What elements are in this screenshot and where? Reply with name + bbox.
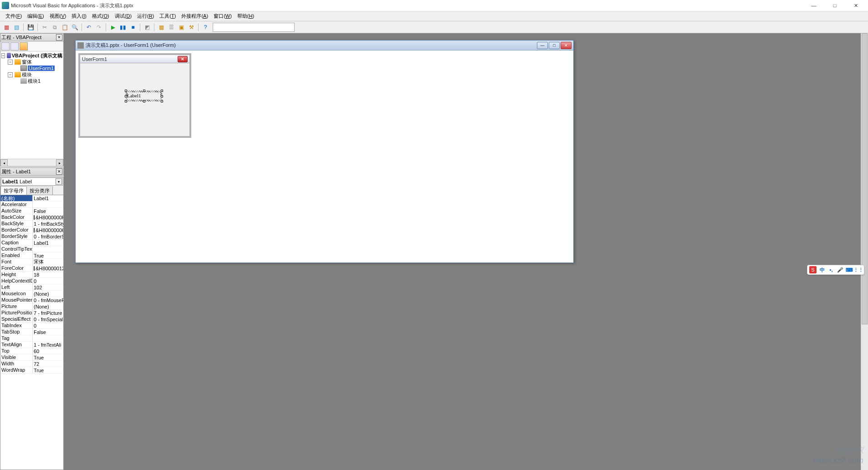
save-button[interactable]: 💾	[26, 23, 35, 32]
resize-handle-s[interactable]	[143, 100, 145, 102]
property-value[interactable]: False	[32, 329, 63, 335]
property-value[interactable]: 0 - fmSpecial	[32, 316, 63, 322]
resize-handle-ne[interactable]	[161, 90, 163, 92]
property-row[interactable]: EnabledTrue	[0, 253, 63, 259]
scroll-right-button[interactable]: ▸	[56, 159, 63, 167]
menu-a[interactable]: 外接程序(A)	[179, 12, 211, 20]
userform-preview[interactable]: UserForm1 ✕	[78, 53, 191, 138]
property-row[interactable]: BackColor&H8000000F&	[0, 214, 63, 221]
cut-button[interactable]: ✂	[40, 23, 49, 32]
project-hscrollbar[interactable]: ◂ ▸	[0, 159, 63, 166]
menu-h[interactable]: 帮助(H)	[235, 12, 257, 20]
label1-control[interactable]: Label1	[126, 91, 162, 101]
property-row[interactable]: TabIndex0	[0, 323, 63, 329]
property-row[interactable]: MouseIcon(None)	[0, 291, 63, 297]
property-row[interactable]: AutoSizeFalse	[0, 208, 63, 214]
property-row[interactable]: CaptionLabel1	[0, 240, 63, 246]
menu-o[interactable]: 格式(O)	[89, 12, 112, 20]
property-value[interactable]: True	[32, 367, 63, 373]
property-value[interactable]: 102	[32, 284, 63, 290]
property-row[interactable]: HelpContextID0	[0, 278, 63, 284]
menu-v[interactable]: 视图(V)	[47, 12, 69, 20]
view-powerpoint-button[interactable]: ▦	[2, 23, 11, 32]
project-explorer-button[interactable]: ▦	[157, 23, 166, 32]
property-row[interactable]: PicturePositio7 - fmPicture	[0, 310, 63, 316]
property-value[interactable]: 1 - fmTextAli	[32, 342, 63, 348]
window-close-button[interactable]: ✕	[845, 0, 866, 11]
expand-icon[interactable]: −	[8, 72, 13, 77]
property-value[interactable]: 宋体	[32, 259, 63, 265]
ime-keyboard-icon[interactable]: ⌨	[846, 266, 853, 273]
forms-folder-node[interactable]: 窗体	[22, 59, 32, 66]
property-row[interactable]: Picture(None)	[0, 303, 63, 310]
properties-grid[interactable]: (名称)Label1AcceleratorAutoSizeFalseBackCo…	[0, 195, 63, 470]
ime-language-indicator[interactable]: 中	[818, 266, 826, 273]
menu-t[interactable]: 工具(T)	[157, 12, 179, 20]
insert-module-button[interactable]: ▤	[12, 23, 21, 32]
property-value[interactable]: (None)	[32, 291, 63, 297]
project-tree[interactable]: −VBAProject (演示文稿 −窗体 UserForm1 −模块 模块1	[0, 51, 63, 159]
expand-icon[interactable]: −	[1, 53, 5, 58]
property-value[interactable]: False	[32, 208, 63, 214]
property-value[interactable]: 0 - fmBorderS	[32, 233, 63, 239]
child-minimize-button[interactable]: —	[537, 42, 548, 49]
run-button[interactable]: ▶	[108, 23, 117, 32]
find-button[interactable]: 🔍	[70, 23, 79, 32]
copy-button[interactable]: ⧉	[50, 23, 59, 32]
designer-titlebar[interactable]: 演示文稿1.pptx - UserForm1 (UserForm) — □ ✕	[76, 40, 573, 51]
property-row[interactable]: BackStyle1 - fmBackSty	[0, 221, 63, 227]
property-row[interactable]: MousePointer0 - fmMousePo	[0, 297, 63, 303]
property-row[interactable]: Font宋体	[0, 259, 63, 265]
property-row[interactable]: Width72	[0, 361, 63, 367]
property-value[interactable]: True	[32, 253, 63, 258]
design-mode-button[interactable]: ◩	[143, 23, 152, 32]
tab-categorized[interactable]: 按分类序	[26, 186, 53, 195]
toggle-folders-button[interactable]	[20, 42, 28, 51]
property-value[interactable]: Label1	[32, 195, 63, 201]
menu-w[interactable]: 窗口(W)	[211, 12, 235, 20]
userform1-node[interactable]: UserForm1	[28, 66, 55, 71]
redo-button[interactable]: ↷	[94, 23, 103, 32]
designer-window[interactable]: 演示文稿1.pptx - UserForm1 (UserForm) — □ ✕ …	[75, 40, 574, 263]
project-root-node[interactable]: VBAProject (演示文稿	[12, 52, 62, 59]
property-row[interactable]: (名称)Label1	[0, 195, 63, 202]
menu-i[interactable]: 插入(I)	[69, 12, 89, 20]
property-value[interactable]: 60	[32, 348, 63, 354]
ime-toolbar[interactable]: S 中 •, 🎤 ⌨ ⋮⋮	[807, 265, 864, 275]
resize-handle-se[interactable]	[161, 100, 163, 102]
dropdown-icon[interactable]: ▾	[56, 178, 62, 185]
property-row[interactable]: Accelerator	[0, 202, 63, 208]
child-close-button[interactable]: ✕	[561, 42, 572, 49]
procedure-combo[interactable]	[213, 23, 295, 32]
resize-handle-e[interactable]	[161, 95, 163, 97]
project-panel-close-button[interactable]: ✕	[56, 34, 62, 40]
scroll-left-button[interactable]: ◂	[0, 159, 8, 167]
break-button[interactable]: ▮▮	[118, 23, 128, 32]
property-row[interactable]: BorderColor&H80000006&	[0, 227, 63, 233]
modules-folder-node[interactable]: 模块	[22, 71, 32, 78]
property-value[interactable]: 72	[32, 361, 63, 367]
resize-handle-sw[interactable]	[125, 100, 127, 102]
property-row[interactable]: Tag	[0, 335, 63, 342]
resize-handle-nw[interactable]	[125, 90, 127, 92]
property-row[interactable]: Left102	[0, 284, 63, 291]
property-value[interactable]: 0 - fmMousePo	[32, 297, 63, 303]
child-maximize-button[interactable]: □	[549, 42, 560, 49]
property-value[interactable]	[32, 202, 63, 207]
property-value[interactable]: True	[32, 354, 63, 360]
userform-body[interactable]: Label1	[80, 63, 189, 136]
properties-window-button[interactable]: ☰	[167, 23, 176, 32]
property-value[interactable]: 7 - fmPicture	[32, 310, 63, 316]
property-row[interactable]: SpecialEffect0 - fmSpecial	[0, 316, 63, 323]
property-row[interactable]: TabStopFalse	[0, 329, 63, 335]
window-maximize-button[interactable]: □	[824, 0, 845, 11]
view-code-button[interactable]	[1, 42, 10, 51]
property-value[interactable]: 18	[32, 272, 63, 278]
property-row[interactable]: BorderStyle0 - fmBorderS	[0, 233, 63, 240]
property-row[interactable]: WordWrapTrue	[0, 367, 63, 374]
property-row[interactable]: Height18	[0, 272, 63, 278]
menu-r[interactable]: 运行(R)	[134, 12, 157, 20]
menu-d[interactable]: 调试(D)	[112, 12, 134, 20]
property-row[interactable]: TextAlign1 - fmTextAli	[0, 342, 63, 348]
tab-alphabetic[interactable]: 按字母序	[0, 186, 27, 195]
